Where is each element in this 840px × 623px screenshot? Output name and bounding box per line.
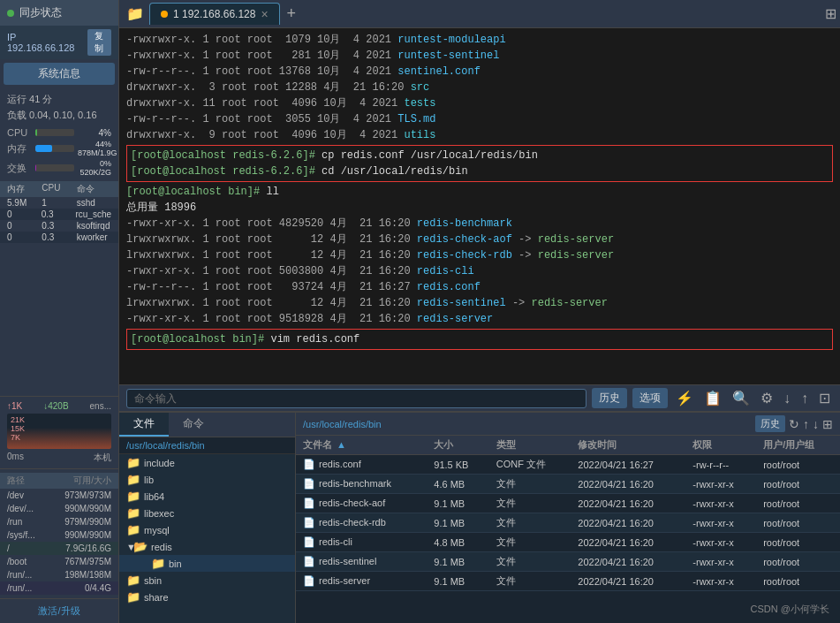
term-line: lrwxrwxrwx. 1 root root 12 4月 21 16:20 r… — [126, 232, 833, 247]
download-file-icon[interactable]: ↓ — [813, 417, 819, 431]
file-table-row[interactable]: 📄redis-check-aof 9.1 MB 文件 2022/04/21 16… — [296, 494, 840, 513]
mem-bar-bg — [35, 145, 74, 152]
col-owner[interactable]: 用户/用户组 — [756, 436, 840, 455]
term-line: -rwxrwxr-x. 1 root root 281 10月 4 2021 r… — [126, 48, 833, 64]
expand-icon[interactable]: ⊡ — [816, 390, 833, 406]
file-list-header: /usr/local/redis/bin 历史 ↻ ↑ ↓ ⊞ — [296, 413, 840, 436]
lightning-icon[interactable]: ⚡ — [673, 390, 696, 406]
folder-icon: 📁 — [126, 506, 140, 520]
tab-add-button[interactable]: + — [282, 4, 302, 23]
col-type[interactable]: 类型 — [489, 436, 571, 455]
settings-icon[interactable]: ⚙ — [758, 390, 776, 406]
folder-icon: 📁 — [126, 490, 140, 503]
folder-icon: 📁 — [123, 5, 148, 22]
tab-dot — [161, 11, 168, 18]
process-header: 内存 CPU 命令 — [0, 181, 118, 197]
term-line: 总用量 18996 — [126, 200, 833, 216]
tree-item-label: lib — [144, 475, 154, 485]
term-line: -rw-r--r--. 1 root root 13768 10月 4 2021… — [126, 64, 833, 80]
sync-dot — [7, 10, 14, 17]
folder-icon: 📁 — [151, 557, 165, 570]
search-icon[interactable]: 🔍 — [730, 390, 753, 406]
file-icon: 📄 — [303, 459, 315, 469]
file-tab-files[interactable]: 文件 — [119, 413, 169, 437]
col-mtime[interactable]: 修改时间 — [571, 436, 685, 455]
file-table-row[interactable]: 📄redis-server 9.1 MB 文件 2022/04/21 16:20… — [296, 572, 840, 591]
file-table-row[interactable]: 📄redis-sentinel 9.1 MB 文件 2022/04/21 16:… — [296, 552, 840, 572]
disk-row: /run979M/990M — [0, 515, 118, 528]
copy-ip-button[interactable]: 复制 — [87, 29, 111, 56]
grid-view-icon[interactable]: ⊞ — [825, 5, 836, 22]
process-row: 00.3kworker — [0, 232, 118, 243]
sys-info-button[interactable]: 系统信息 — [4, 63, 115, 85]
file-icon: 📄 — [303, 498, 315, 508]
col-name[interactable]: 文件名 ▲ — [296, 436, 427, 455]
new-folder-icon[interactable]: ⊞ — [822, 417, 833, 431]
file-table-row[interactable]: 📄redis-check-rdb 9.1 MB 文件 2022/04/21 16… — [296, 513, 840, 533]
load-label: 负载 0.04, 0.10, 0.16 — [7, 108, 111, 124]
terminal-tab[interactable]: 1 192.168.66.128 × — [149, 3, 280, 25]
term-line: drwxrwxr-x. 3 root root 12288 4月 21 16:2… — [126, 80, 833, 95]
cpu-metric: CPU 4% — [0, 126, 118, 139]
mem-bar — [35, 145, 52, 152]
proc-col-cmd: 命令 — [77, 183, 111, 195]
file-table-row[interactable]: 📄redis.conf 91.5 KB CONF 文件 2022/04/21 1… — [296, 455, 840, 475]
tree-item-include[interactable]: 📁 include — [119, 454, 295, 471]
file-table-row[interactable]: 📄redis-benchmark 4.6 MB 文件 2022/04/21 16… — [296, 475, 840, 494]
history-button[interactable]: 历史 — [592, 388, 627, 408]
cpu-val: 4% — [78, 128, 111, 138]
tree-item-bin[interactable]: 📁 bin — [119, 555, 295, 572]
tab-close-button[interactable]: × — [261, 7, 268, 21]
term-boxed-vim: [root@localhost bin]# vim redis.conf — [126, 329, 833, 350]
watermark: CSDN @小何学长 — [751, 603, 829, 616]
tree-item-lib[interactable]: 📁 lib — [119, 471, 295, 488]
cpu-label: CPU — [7, 127, 32, 138]
file-icon: 📄 — [303, 575, 315, 586]
runtime-label: 运行 41 分 — [7, 92, 111, 108]
file-tree: 文件 命令 /usr/local/redis/bin 📁 include 📁 l… — [119, 413, 296, 623]
cpu-bar-bg — [35, 129, 74, 136]
file-tab-cmd[interactable]: 命令 — [169, 413, 218, 437]
file-history-button[interactable]: 历史 — [755, 415, 785, 432]
disk-row-run2: /run/...0/4.4G — [0, 581, 118, 595]
cmd-input[interactable] — [126, 389, 586, 408]
upload-icon[interactable]: ↑ — [798, 391, 811, 406]
col-perm[interactable]: 权限 — [685, 436, 756, 455]
term-line: -rwxr-xr-x. 1 root root 4829520 4月 21 16… — [126, 216, 833, 232]
select-button[interactable]: 选项 — [632, 388, 668, 408]
activate-button[interactable]: 激活/升级 — [0, 598, 118, 623]
swap-bar-bg — [35, 164, 74, 171]
col-size[interactable]: 大小 — [427, 436, 489, 455]
tree-item-sbin[interactable]: 📁 sbin — [119, 572, 295, 589]
mem-metric: 内存 44% 878M/1.9G — [0, 139, 118, 158]
copy-icon[interactable]: 📋 — [701, 390, 724, 406]
term-line: -rw-r--r--. 1 root root 3055 10月 4 2021 … — [126, 111, 833, 127]
proc-col-cpu: CPU — [42, 183, 76, 195]
terminal: -rwxrwxr-x. 1 root root 1079 10月 4 2021 … — [119, 28, 840, 384]
net-graph: 21K 15K 7K — [7, 414, 111, 449]
tab-label: 1 192.168.66.128 — [173, 8, 255, 20]
net-section: ↑1K ↓420B ens... 21K 15K 7K 0ms 本机 — [0, 396, 118, 468]
disk-row-root: /7.9G/16.6G — [0, 542, 118, 555]
download-icon[interactable]: ↓ — [781, 391, 793, 406]
cpu-bar — [35, 129, 37, 136]
term-line: lrwxrwxrwx. 1 root root 12 4月 21 16:20 r… — [126, 247, 833, 263]
disk-row: /dev/...990M/990M — [0, 502, 118, 515]
tree-item-mysql[interactable]: 📁 mysql — [119, 521, 295, 538]
tree-item-redis[interactable]: ▼ 📂 redis — [119, 538, 295, 555]
refresh-icon[interactable]: ↻ — [789, 417, 799, 431]
term-line: [root@localhost bin]# ll — [126, 184, 833, 200]
disk-row: /run/...198M/198M — [0, 568, 118, 581]
file-table-row[interactable]: 📄redis-cli 4.8 MB 文件 2022/04/21 16:20 -r… — [296, 533, 840, 552]
swap-label: 交换 — [7, 162, 32, 175]
tree-item-lib64[interactable]: 📁 lib64 — [119, 488, 295, 505]
disk-row: /dev973M/973M — [0, 489, 118, 502]
sidebar-ip-row: IP 192.168.66.128 复制 — [0, 26, 118, 59]
upload-icon[interactable]: ↑ — [803, 417, 809, 431]
swap-metric: 交换 0% 520K/2G — [0, 158, 118, 178]
tree-item-label: mysql — [144, 525, 170, 536]
tree-item-label: include — [144, 458, 175, 468]
file-icon: 📄 — [303, 478, 315, 489]
tree-item-libexec[interactable]: 📁 libexec — [119, 505, 295, 521]
tree-item-share[interactable]: 📁 share — [119, 589, 295, 605]
